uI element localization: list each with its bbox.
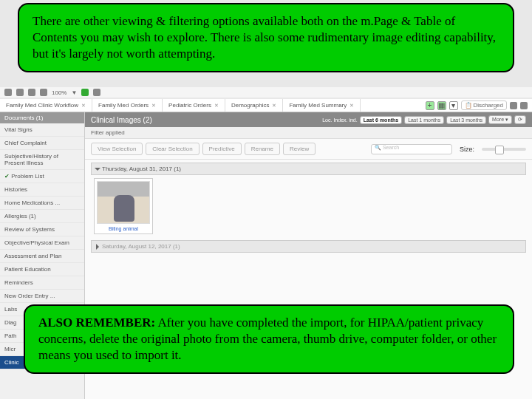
tab-fm-summary[interactable]: Family Med Summary✕: [283, 99, 361, 112]
sb-patient-education[interactable]: Patient Education: [0, 263, 84, 276]
zoom-level: 100%: [52, 89, 66, 96]
toolbar-icon[interactable]: [28, 89, 35, 96]
tab-list-button[interactable]: ▾: [449, 101, 458, 110]
app-toolbar: 100% ▼: [0, 87, 532, 98]
sb-allergies[interactable]: Allergies (1): [0, 210, 84, 223]
close-icon[interactable]: ✕: [272, 103, 276, 109]
tab-demographics[interactable]: Demographics✕: [225, 99, 284, 112]
btn-predictive[interactable]: Predictive: [202, 143, 242, 155]
close-icon[interactable]: ✕: [151, 103, 156, 109]
callout-bottom-text: ALSO REMEMBER: After you have completed …: [38, 315, 499, 364]
thumbnail-image: [97, 181, 150, 224]
filter-more[interactable]: More ▾: [488, 115, 512, 124]
toolbar-icon[interactable]: [16, 89, 24, 96]
sb-ros[interactable]: Review of Systems: [0, 223, 84, 236]
ci-title: Clinical Images (2): [91, 116, 152, 124]
btn-clear-selection[interactable]: Clear Selection: [146, 143, 199, 155]
tab-menu-button[interactable]: ▦: [437, 101, 446, 110]
instruction-callout-top: There are other viewing & filtering opti…: [18, 3, 514, 72]
filter-3mo[interactable]: Last 3 months: [446, 116, 486, 124]
sb-assessment-plan[interactable]: Assessment and Plan: [0, 250, 84, 263]
status-pill: 📋 Discharged: [461, 100, 507, 110]
index-label: Loc. Index. ind.: [322, 117, 357, 123]
sb-vital-signs[interactable]: Vital Signs: [0, 123, 84, 137]
filter-6mo[interactable]: Last 6 months: [360, 116, 402, 124]
search-input[interactable]: 🔍 Search: [371, 144, 452, 154]
sidebar-header: Documents (1): [0, 112, 84, 123]
close-icon[interactable]: ✕: [81, 103, 86, 109]
date-group-header[interactable]: Thursday, August 31, 2017 (1): [91, 163, 526, 175]
sb-reminders[interactable]: Reminders: [0, 276, 84, 290]
collapse-icon: [95, 168, 100, 171]
image-gallery: Thursday, August 31, 2017 (1) Biting ani…: [85, 160, 532, 256]
refresh-small-icon[interactable]: ⟳: [514, 115, 526, 124]
tab-fm-orders[interactable]: Family Med Orders✕: [92, 99, 163, 112]
go-icon[interactable]: [81, 89, 89, 96]
toolbar-icon[interactable]: [93, 89, 100, 96]
size-slider[interactable]: [482, 148, 526, 151]
close-icon[interactable]: ✕: [349, 103, 354, 109]
close-icon[interactable]: ✕: [214, 103, 219, 109]
btn-review[interactable]: Review: [283, 143, 316, 155]
callout-top-text: There are other viewing & filtering opti…: [33, 13, 499, 62]
instruction-callout-bottom: ALSO REMEMBER: After you have completed …: [24, 304, 514, 374]
image-thumbnail[interactable]: Biting animal: [94, 178, 153, 234]
btn-rename[interactable]: Rename: [245, 143, 280, 155]
tab-workflow[interactable]: Family Med Clinic Workflow✕: [0, 99, 92, 112]
add-tab-button[interactable]: +: [426, 101, 434, 110]
expand-icon: [96, 244, 99, 250]
sb-hpi[interactable]: Subjective/History of Present Illness: [0, 150, 84, 170]
thumbnail-caption: Biting animal: [97, 226, 150, 231]
btn-view-selection[interactable]: View Selection: [91, 143, 143, 155]
date-group-header-collapsed[interactable]: Saturday, August 12, 2017 (1): [91, 240, 526, 253]
home-icon[interactable]: [40, 89, 47, 96]
sb-chief-complaint[interactable]: Chief Complaint: [0, 137, 84, 150]
filter-1mo[interactable]: Last 1 months: [404, 116, 444, 124]
tab-strip: Family Med Clinic Workflow✕ Family Med O…: [0, 99, 532, 112]
filter-applied-label: Filter applied: [91, 129, 125, 136]
size-label: Size:: [460, 146, 474, 153]
sb-problem-list[interactable]: Problem List: [0, 170, 84, 183]
action-button-row: View Selection Clear Selection Predictiv…: [85, 139, 532, 160]
sb-physical-exam[interactable]: Objective/Physical Exam: [0, 236, 84, 250]
sb-new-order[interactable]: New Order Entry ...: [0, 290, 84, 303]
toolbar-icon[interactable]: [4, 89, 12, 96]
filter-icon[interactable]: [510, 102, 517, 109]
filter-applied-row: Filter applied: [85, 127, 532, 139]
refresh-icon[interactable]: [520, 102, 528, 109]
clinical-images-header: Clinical Images (2) Loc. Index. ind. Las…: [85, 112, 532, 127]
sb-home-meds[interactable]: Home Medications ...: [0, 197, 84, 210]
sb-histories[interactable]: Histories: [0, 183, 84, 197]
tab-ped-orders[interactable]: Pediatric Orders✕: [163, 99, 225, 112]
